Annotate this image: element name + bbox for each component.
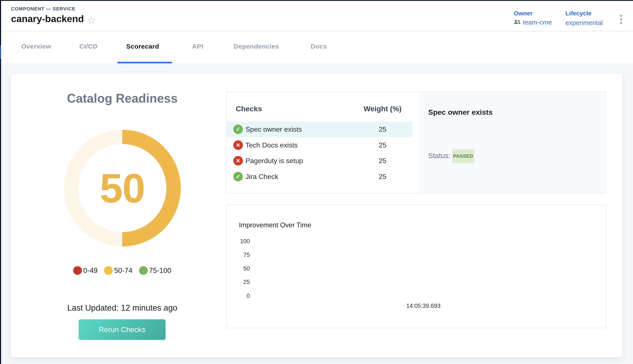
check-name: Pagerduty is setup bbox=[246, 157, 303, 165]
score-gauge: 50 bbox=[64, 130, 181, 246]
table-row[interactable]: ✓ Jira Check 25 bbox=[227, 169, 419, 184]
rerun-checks-button[interactable]: Rerun Checks bbox=[79, 319, 165, 340]
owner-label: Owner bbox=[514, 10, 533, 17]
kebab-dot bbox=[620, 22, 622, 24]
y-axis-tick: 100 bbox=[227, 238, 250, 245]
table-row[interactable]: ✓ Spec owner exists 25 bbox=[227, 122, 412, 137]
y-axis-tick: 25 bbox=[227, 279, 250, 286]
check-weight: 25 bbox=[361, 157, 404, 165]
score-gauge-hole: 50 bbox=[78, 144, 166, 232]
last-updated-text: Last Updated: 12 minutes ago bbox=[11, 303, 234, 312]
check-detail-panel bbox=[419, 92, 606, 193]
detail-check-title: Spec owner exists bbox=[428, 108, 493, 116]
group-icon bbox=[514, 20, 521, 25]
check-failed-icon: ✕ bbox=[233, 156, 243, 166]
check-weight: 25 bbox=[361, 173, 404, 181]
score-legend: 0-49 50-74 75-100 bbox=[11, 266, 234, 275]
lifecycle-value: experimental bbox=[565, 19, 603, 26]
y-axis-tick: 0 bbox=[227, 293, 250, 299]
legend-label: 0-49 bbox=[83, 266, 98, 275]
y-axis-tick: 50 bbox=[227, 265, 250, 272]
checks-column-header: Checks bbox=[236, 104, 262, 113]
app-window: COMPONENT — SERVICE canary-backend ☆ Own… bbox=[0, 0, 633, 364]
legend-label: 75-100 bbox=[149, 266, 171, 275]
kebab-dot bbox=[620, 18, 622, 20]
legend-item-mid: 50-74 bbox=[104, 266, 132, 275]
table-row[interactable]: ✕ Tech Docs exists 25 bbox=[227, 137, 419, 153]
legend-item-high: 75-100 bbox=[139, 266, 171, 275]
tab-docs[interactable]: Docs bbox=[311, 43, 327, 50]
entity-header: COMPONENT — SERVICE canary-backend ☆ Own… bbox=[1, 1, 633, 32]
legend-item-low: 0-49 bbox=[73, 266, 98, 275]
check-weight: 25 bbox=[361, 126, 404, 134]
check-passed-icon: ✓ bbox=[233, 172, 243, 181]
weight-column-header: Weight (%) bbox=[361, 104, 404, 113]
breadcrumb: COMPONENT — SERVICE bbox=[11, 6, 75, 12]
active-tab-underline bbox=[117, 62, 172, 63]
legend-label: 50-74 bbox=[114, 266, 132, 275]
tab-bar: Overview CI/CD Scorecard API Dependencie… bbox=[1, 32, 633, 63]
x-axis-tick: 14:05:39.693 bbox=[391, 302, 456, 309]
tab-overview[interactable]: Overview bbox=[21, 43, 51, 50]
check-passed-icon: ✓ bbox=[233, 124, 243, 134]
check-weight: 25 bbox=[361, 141, 404, 149]
tab-dependencies[interactable]: Dependencies bbox=[234, 43, 279, 50]
tab-scorecard[interactable]: Scorecard bbox=[126, 43, 159, 50]
tab-api[interactable]: API bbox=[192, 43, 203, 50]
lifecycle-label: Lifecycle bbox=[565, 10, 591, 17]
status-badge: PASSED bbox=[452, 149, 474, 163]
y-axis-tick: 75 bbox=[227, 252, 250, 258]
check-failed-icon: ✕ bbox=[233, 140, 243, 150]
owner-link[interactable]: team-cme bbox=[523, 19, 552, 26]
tab-cicd[interactable]: CI/CD bbox=[79, 43, 98, 50]
gauge-title: Catalog Readiness bbox=[11, 91, 234, 106]
legend-dot-red bbox=[73, 266, 82, 275]
check-name: Spec owner exists bbox=[246, 126, 302, 134]
check-name: Jira Check bbox=[246, 173, 278, 181]
owner-value-row: team-cme bbox=[514, 19, 552, 26]
page-title: canary-backend bbox=[11, 14, 84, 24]
favorite-star-icon[interactable]: ☆ bbox=[87, 15, 96, 25]
sidebar-active-indicator bbox=[0, 45, 1, 59]
legend-dot-yellow bbox=[104, 266, 113, 275]
status-label: Status: bbox=[428, 152, 451, 160]
table-row[interactable]: ✕ Pagerduty is setup 25 bbox=[227, 153, 419, 169]
kebab-dot bbox=[620, 15, 622, 17]
legend-dot-green bbox=[139, 266, 148, 275]
chart-title: Improvement Over Time bbox=[239, 221, 311, 229]
window-frame-top bbox=[0, 0, 633, 1]
more-options-kebab-icon[interactable] bbox=[619, 14, 623, 25]
score-value: 50 bbox=[100, 164, 145, 212]
check-name: Tech Docs exists bbox=[246, 141, 298, 149]
